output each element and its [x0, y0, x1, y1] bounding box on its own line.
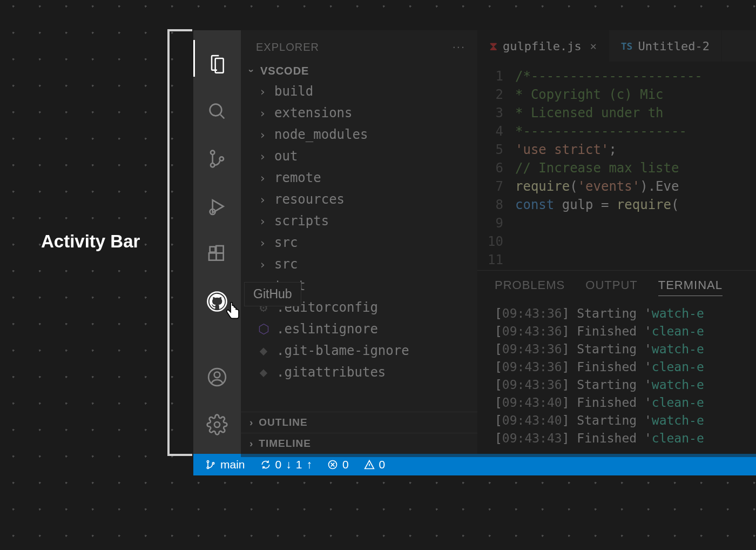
chevron-right-icon: ›: [257, 214, 268, 228]
tab-label: Untitled-2: [638, 39, 709, 53]
status-warnings[interactable]: 0: [364, 458, 386, 471]
folder-name: out: [274, 149, 298, 164]
chevron-right-icon: ›: [257, 236, 268, 250]
activity-bar: GitHub: [193, 30, 241, 454]
chevron-right-icon: ›: [257, 258, 268, 271]
outline-section[interactable]: › OUTLINE: [241, 412, 477, 433]
panel-tab-terminal[interactable]: TERMINAL: [658, 278, 723, 296]
tree-file[interactable]: ◆.gitattributes: [241, 361, 477, 383]
folder-name: extensions: [274, 105, 353, 120]
chevron-right-icon: ›: [257, 171, 268, 185]
sync-down: 0: [275, 458, 282, 471]
vscode-window: GitHub EXPLORER ··· › VSCODE ›build›exte…: [193, 30, 756, 475]
status-sync[interactable]: 0↓ 1↑: [260, 458, 312, 471]
activity-accounts-icon[interactable]: [193, 353, 241, 401]
chevron-right-icon: ›: [257, 128, 268, 142]
tab-label: gulpfile.js: [503, 39, 582, 53]
outline-label: OUTLINE: [259, 417, 307, 428]
tree-folder[interactable]: ›extensions: [241, 102, 477, 124]
tree-folder[interactable]: ›build: [241, 81, 477, 102]
activity-settings-icon[interactable]: [193, 401, 241, 448]
svg-point-13: [207, 461, 208, 462]
editor-tab-bar: ⧗ gulpfile.js ✕ TS Untitled-2: [477, 30, 756, 62]
activity-extensions-icon[interactable]: [193, 230, 241, 278]
tree-folder[interactable]: ›node_modules: [241, 124, 477, 145]
svg-rect-7: [216, 246, 223, 253]
svg-point-1: [211, 151, 214, 155]
status-bar: main 0↓ 1↑ 0 0: [193, 454, 756, 475]
editor-area: ⧗ gulpfile.js ✕ TS Untitled-2 1234567891…: [477, 30, 756, 454]
svg-point-11: [214, 372, 220, 378]
status-branch[interactable]: main: [205, 458, 245, 471]
tree-file[interactable]: ◆.git-blame-ignore: [241, 340, 477, 361]
branch-name: main: [220, 458, 245, 471]
tree-folder[interactable]: ›remote: [241, 167, 477, 189]
pointer-cursor-icon: [222, 300, 238, 316]
sidebar-more-icon[interactable]: ···: [453, 40, 465, 54]
chevron-right-icon: ›: [249, 438, 253, 450]
timeline-label: TIMELINE: [259, 438, 311, 450]
chevron-right-icon: ›: [257, 106, 268, 120]
svg-point-3: [220, 157, 224, 160]
bottom-panel: PROBLEMS OUTPUT TERMINAL [09:43:36] Star…: [477, 270, 756, 454]
tree-root[interactable]: › VSCODE: [241, 62, 477, 81]
activity-tooltip: GitHub: [244, 282, 301, 306]
svg-point-0: [210, 104, 222, 116]
callout-bracket: [167, 29, 192, 456]
tree-root-label: VSCODE: [260, 65, 309, 77]
tree-folder[interactable]: ›src: [241, 232, 477, 253]
svg-point-14: [207, 467, 208, 468]
file-icon: ⬡: [257, 323, 270, 336]
folder-name: scripts: [274, 213, 329, 229]
tree-folder[interactable]: ›src: [241, 253, 477, 275]
file-name: .git-blame-ignore: [276, 343, 409, 358]
typescript-icon: TS: [621, 41, 633, 52]
panel-tab-output[interactable]: OUTPUT: [585, 278, 637, 296]
file-icon: ◆: [257, 366, 270, 379]
code-editor[interactable]: 1234567891011 /*---------------------- *…: [477, 62, 756, 270]
warning-count: 0: [379, 458, 386, 471]
svg-rect-6: [216, 253, 223, 260]
chevron-right-icon: ›: [249, 417, 253, 428]
callout-label: Activity Bar: [41, 231, 140, 252]
folder-name: build: [274, 84, 313, 99]
svg-point-12: [214, 422, 220, 427]
chevron-down-icon: ›: [246, 66, 257, 76]
file-name: .eslintignore: [276, 321, 378, 337]
gulp-icon: ⧗: [489, 39, 497, 53]
sync-up: 1: [296, 458, 302, 471]
close-icon[interactable]: ✕: [590, 39, 597, 52]
activity-explorer-icon[interactable]: [193, 40, 241, 88]
svg-rect-5: [209, 253, 216, 260]
activity-run-debug-icon[interactable]: [193, 183, 241, 230]
folder-name: src: [274, 235, 298, 250]
activity-search-icon[interactable]: [193, 88, 241, 135]
panel-tab-problems[interactable]: PROBLEMS: [495, 278, 565, 296]
line-number-gutter: 1234567891011: [477, 62, 510, 270]
chevron-right-icon: ›: [257, 193, 268, 206]
svg-rect-8: [210, 247, 215, 252]
terminal-output[interactable]: [09:43:36] Starting 'watch-e[09:43:36] F…: [477, 301, 756, 454]
activity-source-control-icon[interactable]: [193, 135, 241, 183]
chevron-right-icon: ›: [257, 85, 268, 98]
tree-file[interactable]: ⬡.eslintignore: [241, 318, 477, 340]
tab-gulpfile[interactable]: ⧗ gulpfile.js ✕: [477, 30, 609, 62]
svg-point-2: [211, 163, 214, 167]
chevron-right-icon: ›: [257, 150, 268, 163]
tree-folder[interactable]: ›out: [241, 145, 477, 167]
file-name: .gitattributes: [276, 365, 386, 380]
tree-folder[interactable]: ›scripts: [241, 210, 477, 232]
folder-name: resources: [274, 192, 345, 207]
folder-name: src: [274, 257, 298, 272]
error-count: 0: [342, 458, 349, 471]
file-icon: ◆: [257, 344, 270, 357]
svg-point-15: [212, 462, 214, 464]
tree-folder[interactable]: ›resources: [241, 189, 477, 210]
status-errors[interactable]: 0: [327, 458, 349, 471]
timeline-section[interactable]: › TIMELINE: [241, 433, 477, 454]
folder-name: remote: [274, 170, 321, 185]
tab-untitled[interactable]: TS Untitled-2: [609, 30, 722, 62]
sidebar-title: EXPLORER: [256, 41, 319, 53]
explorer-sidebar: EXPLORER ··· › VSCODE ›build›extensions›…: [241, 30, 477, 454]
folder-name: node_modules: [274, 127, 368, 142]
